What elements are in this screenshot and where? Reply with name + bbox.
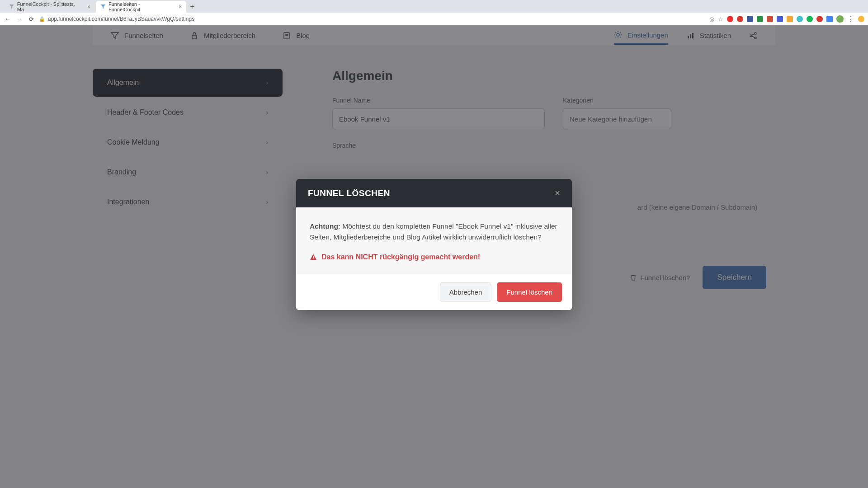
star-icon[interactable]: ☆: [718, 16, 723, 23]
cancel-button[interactable]: Abbrechen: [440, 282, 492, 302]
attention-label: Achtung:: [310, 222, 340, 230]
extension-icon[interactable]: [737, 16, 743, 22]
modal-header: FUNNEL LÖSCHEN ×: [296, 179, 572, 207]
confirm-delete-button[interactable]: Funnel löschen: [497, 282, 562, 302]
svg-rect-14: [313, 258, 314, 259]
reload-button[interactable]: ⟳: [27, 16, 35, 23]
back-button[interactable]: ←: [4, 15, 12, 23]
forward-button[interactable]: →: [15, 15, 24, 23]
browser-tab-active[interactable]: Funnelseiten - FunnelCockpit ×: [96, 1, 186, 13]
extension-icon[interactable]: [757, 16, 763, 22]
delete-funnel-modal: FUNNEL LÖSCHEN × Achtung: Möchtest du de…: [296, 179, 572, 310]
tab-title: Funnelseiten - FunnelCockpit: [108, 1, 173, 12]
new-tab-button[interactable]: +: [187, 1, 197, 13]
extension-icon[interactable]: [777, 16, 783, 22]
browser-nav-row: ← → ⟳ 🔒 app.funnelcockpit.com/funnel/B6T…: [0, 13, 868, 25]
extension-icon[interactable]: [826, 16, 833, 22]
svg-rect-13: [313, 256, 314, 258]
favicon-icon: [9, 4, 14, 9]
modal-footer: Abbrechen Funnel löschen: [296, 274, 572, 310]
extension-icon[interactable]: ◎: [709, 16, 714, 23]
extension-icon[interactable]: [858, 16, 864, 22]
extension-icon[interactable]: [816, 16, 823, 22]
extension-icon[interactable]: [797, 16, 803, 22]
favicon-icon: [100, 4, 106, 9]
address-bar[interactable]: 🔒 app.funnelcockpit.com/funnel/B6TaJyBSa…: [39, 16, 194, 22]
warning-icon: [310, 253, 317, 261]
lock-icon: 🔒: [39, 16, 45, 22]
warning-line: Das kann NICHT rückgängig gemacht werden…: [310, 252, 558, 263]
extension-icon[interactable]: [747, 16, 753, 22]
extension-icon[interactable]: [727, 16, 733, 22]
browser-tab[interactable]: FunnelCockpit - Splittests, Ma ×: [5, 1, 95, 13]
extension-tray: ◎ ☆ ⋮: [709, 15, 864, 23]
url-text: app.funnelcockpit.com/funnel/B6TaJyBSaua…: [48, 16, 194, 22]
modal-body: Achtung: Möchtest du den kompletten Funn…: [296, 207, 572, 274]
warning-text: Das kann NICHT rückgängig gemacht werden…: [321, 252, 480, 263]
close-icon[interactable]: ×: [87, 4, 90, 10]
extension-icon[interactable]: [767, 16, 773, 22]
extension-icon[interactable]: [807, 16, 813, 22]
modal-backdrop: FUNNEL LÖSCHEN × Achtung: Möchtest du de…: [0, 25, 868, 488]
modal-body-text: Möchtest du den kompletten Funnel "Ebook…: [310, 222, 557, 241]
modal-title: FUNNEL LÖSCHEN: [308, 188, 390, 198]
close-icon[interactable]: ×: [179, 4, 182, 10]
extension-icon[interactable]: [787, 16, 793, 22]
avatar-icon[interactable]: [836, 15, 844, 23]
tab-strip: FunnelCockpit - Splittests, Ma × Funnels…: [0, 0, 868, 13]
tab-title: FunnelCockpit - Splittests, Ma: [17, 1, 82, 12]
browser-chrome: FunnelCockpit - Splittests, Ma × Funnels…: [0, 0, 868, 25]
close-icon[interactable]: ×: [555, 188, 560, 198]
menu-icon[interactable]: ⋮: [847, 15, 854, 23]
